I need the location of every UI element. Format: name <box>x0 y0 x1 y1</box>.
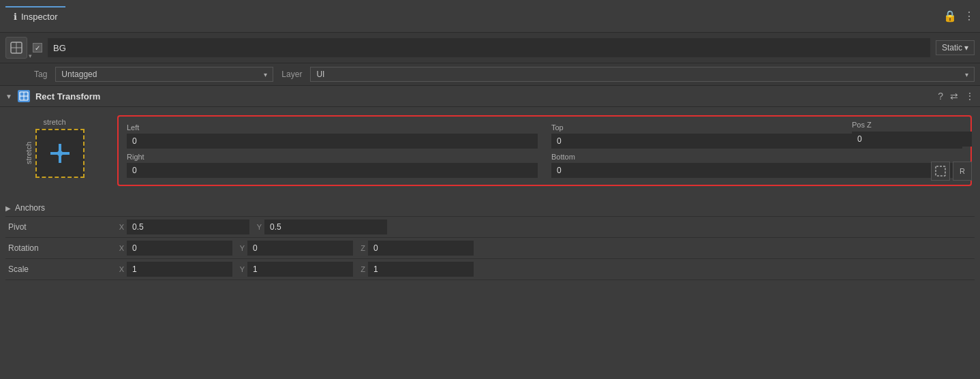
tag-dropdown-arrow: ▾ <box>264 71 267 78</box>
info-icon: ℹ <box>14 12 17 22</box>
stretch-side-label: stretch <box>25 142 33 164</box>
rotation-row: Rotation X Y Z <box>5 238 975 259</box>
scale-x-input[interactable] <box>127 262 232 277</box>
component-left: ▼ Rect Transform <box>5 90 100 102</box>
scale-y-label: Y <box>235 265 245 273</box>
rect-square-button[interactable] <box>931 162 950 181</box>
scale-fields: X Y Z <box>114 262 975 277</box>
svg-rect-7 <box>936 166 945 176</box>
tag-label: Tag <box>34 70 47 79</box>
svg-point-6 <box>57 151 63 156</box>
layer-label: Layer <box>281 70 302 79</box>
layer-dropdown-arrow: ▾ <box>965 71 968 78</box>
tab-left: ℹ Inspector <box>5 6 65 26</box>
pos-z-input[interactable] <box>852 132 972 147</box>
properties-section: ▶ Anchors Pivot X Y Rotation X Y Z <box>0 200 980 280</box>
left-label: Left <box>127 123 538 132</box>
pivot-y-input[interactable] <box>264 219 387 234</box>
layer-value: UI <box>316 70 324 79</box>
pivot-row: Pivot X Y <box>5 217 975 238</box>
pivot-y-label: Y <box>252 223 262 231</box>
anchors-row: ▶ Anchors <box>5 200 975 217</box>
tab-bar: ℹ Inspector 🔒 ⋮ <box>0 0 980 33</box>
object-icon: ▾ <box>5 37 27 59</box>
pivot-label: Pivot <box>5 222 114 232</box>
static-button[interactable]: Static ▾ <box>936 40 975 55</box>
rotation-z-input[interactable] <box>368 241 474 256</box>
help-icon[interactable]: ? <box>938 91 943 102</box>
layer-dropdown[interactable]: UI ▾ <box>310 67 975 82</box>
settings-icon[interactable]: ⇄ <box>950 91 958 102</box>
rotation-label: Rotation <box>5 243 114 253</box>
rect-transform-header: ▼ Rect Transform ? ⇄ ⋮ <box>0 86 980 107</box>
pivot-x-label: X <box>114 223 124 231</box>
pivot-fields: X Y <box>114 219 975 234</box>
tab-menu-icon[interactable]: ⋮ <box>964 10 975 22</box>
component-icon <box>18 90 30 102</box>
pos-z-area: Pos Z <box>844 115 980 152</box>
component-collapse-caret[interactable]: ▼ <box>5 93 12 100</box>
tag-value: Untagged <box>61 70 97 79</box>
right-field-group: Right <box>127 153 538 178</box>
rotation-x-input[interactable] <box>127 241 232 256</box>
rect-buttons: R <box>931 162 972 181</box>
scale-x-label: X <box>114 265 124 273</box>
lock-icon[interactable]: 🔒 <box>943 10 957 22</box>
bottom-field-group: Bottom <box>551 153 962 178</box>
rotation-y-input[interactable] <box>247 241 353 256</box>
r-label: R <box>960 167 965 175</box>
stretch-widget-row: stretch <box>25 129 85 178</box>
component-right: ? ⇄ ⋮ <box>938 91 975 102</box>
stretch-widget-panel: stretch stretch <box>0 112 109 194</box>
inspector-tab[interactable]: ℹ Inspector <box>5 6 65 26</box>
tag-dropdown[interactable]: Untagged ▾ <box>55 67 273 82</box>
rotation-x-label: X <box>114 244 124 252</box>
right-input[interactable] <box>127 163 538 178</box>
obj-icon-caret[interactable]: ▾ <box>29 52 32 59</box>
pivot-x-input[interactable] <box>127 219 249 234</box>
rotation-y-label: Y <box>235 244 245 252</box>
scale-z-input[interactable] <box>368 262 474 277</box>
bottom-label: Bottom <box>551 153 962 161</box>
rect-r-button[interactable]: R <box>953 162 972 181</box>
stretch-top-label: stretch <box>43 118 65 126</box>
anchors-label: Anchors <box>15 203 45 213</box>
anchors-caret[interactable]: ▶ <box>5 204 11 212</box>
object-name-input[interactable] <box>48 38 930 57</box>
tab-title: Inspector <box>21 12 57 22</box>
tag-layer-row: Tag Untagged ▾ Layer UI ▾ <box>0 63 980 86</box>
rotation-z-label: Z <box>356 244 365 252</box>
content-wrapper: stretch stretch Left <box>0 107 980 379</box>
object-row: ▾ ✓ Static ▾ <box>0 33 980 63</box>
active-checkbox[interactable]: ✓ <box>33 43 42 52</box>
left-input[interactable] <box>127 134 538 149</box>
scale-z-label: Z <box>356 265 365 273</box>
pos-z-label: Pos Z <box>852 121 972 129</box>
rotation-fields: X Y Z <box>114 241 975 256</box>
component-title: Rect Transform <box>35 91 100 102</box>
left-field-group: Left <box>127 123 538 149</box>
tab-actions: 🔒 ⋮ <box>943 10 975 22</box>
right-label: Right <box>127 153 538 161</box>
scale-row: Scale X Y Z <box>5 259 975 280</box>
main-content: stretch stretch Left <box>0 107 980 200</box>
scale-label: Scale <box>5 264 114 274</box>
scale-y-input[interactable] <box>247 262 353 277</box>
stretch-box[interactable] <box>35 129 85 178</box>
component-menu-icon[interactable]: ⋮ <box>965 91 975 102</box>
bottom-input[interactable] <box>551 163 962 178</box>
